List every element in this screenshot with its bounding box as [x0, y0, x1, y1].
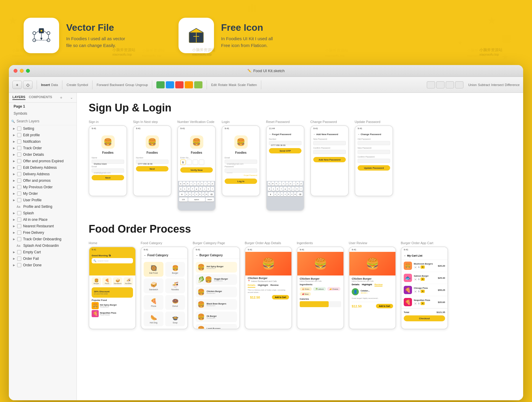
key-f[interactable]: f — [191, 187, 194, 191]
sidebar-item-offer-promos[interactable]: ▶ Offer and promos — [9, 177, 77, 184]
maximize-button[interactable] — [26, 69, 30, 73]
union-label[interactable]: Union — [468, 83, 477, 87]
sidebar-item-order-details[interactable]: ▶ Order Details — [9, 151, 77, 158]
intersect-label[interactable]: Intersect — [491, 83, 504, 87]
cat-item-soup[interactable]: 🍲 Soup — [165, 312, 185, 326]
key-delete[interactable]: ⌫ — [208, 192, 214, 196]
minus-btn[interactable]: - — [414, 278, 417, 281]
review-tab[interactable]: Review — [270, 284, 279, 288]
key-j[interactable]: j — [203, 187, 206, 191]
color-btn-red[interactable] — [175, 81, 184, 88]
toolbar-icon-2[interactable] — [436, 81, 445, 88]
details-tab[interactable]: Details — [248, 284, 255, 288]
difference-label[interactable]: Difference — [505, 83, 520, 87]
key-space[interactable]: space — [188, 197, 205, 202]
scale-label[interactable]: Scale — [238, 83, 246, 87]
highlight-tab[interactable]: Highlight — [258, 284, 268, 288]
key-h[interactable]: h — [199, 187, 202, 191]
color-btn-blue[interactable] — [166, 81, 174, 88]
sidebar-item-order-done[interactable]: ▶ Order Done — [9, 262, 77, 268]
sidebar-item-splash-onboarding[interactable]: Aa Splash And Onboardin — [9, 242, 77, 249]
details-tab2[interactable]: Details — [352, 283, 359, 286]
key-b[interactable]: b — [199, 192, 201, 196]
toolbar-icon-4[interactable] — [455, 81, 463, 88]
key-d[interactable]: d — [187, 187, 190, 191]
key-x[interactable]: x — [189, 192, 191, 196]
shape-btn[interactable]: ◇ — [23, 81, 33, 89]
cat-item-hotdog[interactable]: 🌭 Hot Dog — [144, 312, 163, 326]
key-123[interactable]: 123 — [179, 197, 188, 202]
sidebar-item-user-profile[interactable]: ▶ User Profile — [9, 197, 77, 203]
cat-noodles[interactable]: 🍜Noodles — [124, 277, 133, 286]
sidebar-item-setting[interactable]: ▶ Setting — [9, 125, 77, 132]
forward-label[interactable]: Forward — [97, 83, 108, 87]
add-layer-btn[interactable]: + — [60, 95, 62, 100]
key-o[interactable]: o — [207, 181, 210, 186]
search-input[interactable] — [17, 119, 74, 123]
cat-sandwich[interactable]: 🥪Sandwich — [113, 277, 122, 286]
key-k[interactable]: k — [207, 187, 210, 191]
cat-item-donut[interactable]: 🍩 Donut — [165, 295, 185, 310]
mask-label[interactable]: Mask — [229, 83, 236, 87]
subtract-label[interactable]: Subtract — [478, 83, 490, 87]
rotate-label[interactable]: Rotate — [218, 83, 227, 87]
send-btn[interactable]: Send OTP — [269, 148, 301, 153]
minus-btn[interactable]: - — [414, 290, 417, 293]
add-cart-btn2[interactable]: Add to Cart — [376, 304, 393, 308]
layers-tab[interactable]: LAYERS — [12, 95, 25, 100]
key-r[interactable]: r — [190, 181, 193, 186]
key-l[interactable]: l — [211, 187, 214, 191]
key-z[interactable]: z — [185, 192, 188, 196]
key-m[interactable]: m — [205, 192, 208, 196]
search-bar[interactable]: 🔍 search food — [92, 258, 133, 263]
sidebar-item-track-order-onboarding[interactable]: ▶ Track Order Onboarding — [9, 236, 77, 242]
add-to-cart-btn[interactable]: Add to Cart — [272, 295, 289, 299]
cat-burger[interactable]: 🍔Burger — [92, 277, 101, 286]
key-y[interactable]: y — [197, 181, 200, 186]
add-pass-btn[interactable]: Add New Password — [313, 157, 346, 162]
key-n[interactable]: n — [202, 192, 205, 196]
cat-item-eat[interactable]: 🥘 Eat Food — [144, 262, 163, 277]
key-a[interactable]: a — [179, 187, 182, 191]
ungroup-label[interactable]: Ungroup — [135, 83, 148, 87]
key-return[interactable]: return — [206, 197, 214, 202]
key-p[interactable]: p — [211, 181, 214, 186]
key-shift[interactable]: ⬆ — [179, 192, 185, 196]
sidebar-symbols[interactable]: Symbols — [9, 110, 77, 117]
data-label[interactable]: Data — [51, 83, 58, 87]
color-btn-lime[interactable] — [194, 81, 202, 88]
minus-btn[interactable]: - — [414, 302, 417, 305]
key-u[interactable]: u — [200, 181, 203, 186]
cat-item-sandwich[interactable]: 🥪 Sandwich — [144, 278, 163, 293]
highlight-tab2[interactable]: Highlight — [362, 283, 372, 286]
plus-btn[interactable]: + — [421, 290, 425, 293]
review-tab2[interactable]: Review — [374, 283, 383, 286]
sidebar-item-all-in-one[interactable]: ▶ All in one Place — [9, 216, 77, 223]
sidebar-item-track-order[interactable]: ▶ Track Order — [9, 145, 77, 151]
flatten-label[interactable]: Flatten — [247, 83, 257, 87]
sidebar-item-profile-setting[interactable]: Aa Profile and Setting — [9, 203, 77, 210]
sidebar-item-order-fail[interactable]: ▶ Order Fail — [9, 255, 77, 262]
plus-btn[interactable]: + — [421, 278, 425, 281]
burger-item-6[interactable]: 🍔 Lamb BurgersRestaurant — [196, 324, 237, 329]
sidebar-item-empty-cart[interactable]: ▶ Empty Cart — [9, 249, 77, 255]
color-btn-green[interactable] — [156, 81, 165, 88]
food-item-2[interactable]: 🍕 Neapolitan Pizza Pizza House — [92, 310, 133, 317]
sidebar-item-notification[interactable]: ▶ Notification — [9, 138, 77, 145]
cat-item-noodles[interactable]: 🍜 Noodles — [165, 278, 185, 293]
create-symbol-label[interactable]: Create Symbol — [66, 83, 88, 87]
toolbar-icon-3[interactable] — [446, 81, 454, 88]
burger-item-1[interactable]: 🍔 Hot Spicy BurgerRestaurant — [196, 262, 237, 273]
add-btn[interactable]: + — [12, 81, 22, 89]
verify-btn[interactable]: Verify Now — [180, 167, 213, 173]
sidebar-item-edit-delivery[interactable]: ▶ Edit Delivery Address — [9, 164, 77, 171]
key-i[interactable]: i — [204, 181, 207, 186]
sidebar-item-edit-profile[interactable]: ▶ Edit profile — [9, 132, 77, 138]
sidebar-item-offer-expired[interactable]: ▶ Offer and promos Expired — [9, 158, 77, 164]
sidebar-item-free-delivery[interactable]: ▶ Free Delivery — [9, 229, 77, 236]
minimize-button[interactable] — [20, 69, 24, 73]
sidebar-item-delivery-address[interactable]: ▶ Delivery Address — [9, 171, 77, 177]
key-q[interactable]: q — [179, 181, 182, 186]
expand-btn[interactable]: ⌄ — [70, 95, 73, 100]
burger-item-2[interactable]: 🥬🍔 Veggie BurgerRestaurant — [196, 274, 237, 285]
